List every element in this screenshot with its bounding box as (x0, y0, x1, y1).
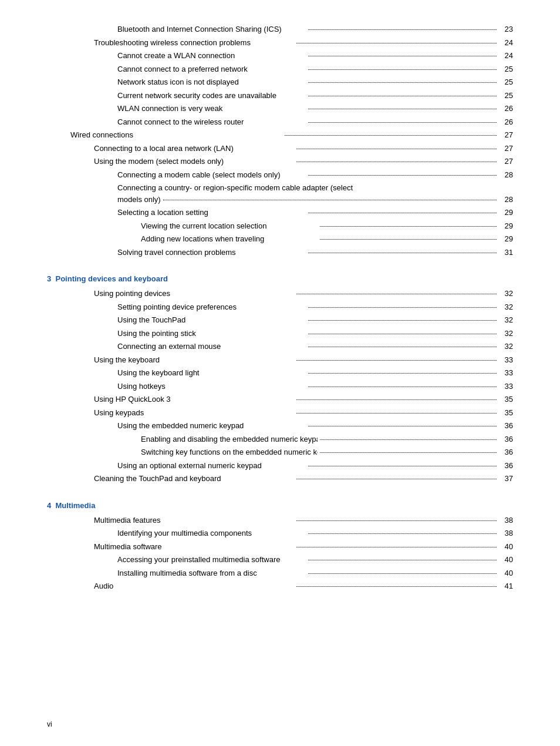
toc-row: Switching key functions on the embedded … (47, 446, 513, 458)
toc-row: Multimedia features 38 (47, 515, 513, 526)
toc-row: Cannot connect to a preferred network 25 (47, 63, 513, 75)
toc-row: Connecting an external mouse 32 (47, 341, 513, 352)
section4-entries: Multimedia features 38 Identifying your … (47, 515, 513, 592)
toc-row: Bluetooth and Internet Connection Sharin… (47, 23, 513, 35)
toc-row-multiline: Connecting a country- or region-specific… (47, 182, 513, 205)
toc-row: Identifying your multimedia components 3… (47, 527, 513, 539)
page-footer: vi (47, 720, 52, 728)
toc-row: Troubleshooting wireless connection prob… (47, 37, 513, 49)
toc-row: Using keypads 35 (47, 407, 513, 419)
section2-entries: Bluetooth and Internet Connection Sharin… (47, 23, 513, 258)
toc-row: Audio 41 (47, 580, 513, 592)
toc-row: Cannot create a WLAN connection 24 (47, 50, 513, 62)
toc-row: Using the keyboard light 33 (47, 367, 513, 379)
toc-row: Using the pointing stick 32 (47, 328, 513, 340)
toc-row: Using the embedded numeric keypad 36 (47, 420, 513, 432)
toc-row: Using the modem (select models only) 27 (47, 156, 513, 167)
toc-row: Connecting a modem cable (select models … (47, 169, 513, 181)
toc-row: Network status icon is not displayed 25 (47, 76, 513, 88)
toc-row: Adding new locations when traveling 29 (47, 233, 513, 245)
toc-row: Current network security codes are unava… (47, 90, 513, 102)
toc-row: Cannot connect to the wireless router 26 (47, 116, 513, 128)
page-number: vi (47, 720, 52, 728)
toc-row: Wired connections 27 (47, 129, 513, 141)
toc-row: Cleaning the TouchPad and keyboard 37 (47, 473, 513, 485)
toc-row: Installing multimedia software from a di… (47, 567, 513, 579)
toc-row: Enabling and disabling the embedded nume… (47, 434, 513, 445)
toc-row: Solving travel connection problems 31 (47, 247, 513, 258)
section3-header: 3 Pointing devices and keyboard (47, 274, 513, 283)
toc-row: Accessing your preinstalled multimedia s… (47, 554, 513, 566)
toc-row: Using pointing devices 32 (47, 288, 513, 300)
section3-entries: Using pointing devices 32 Setting pointi… (47, 288, 513, 485)
toc-row: Viewing the current location selection 2… (47, 220, 513, 232)
section4-header: 4 Multimedia (47, 501, 513, 510)
toc-row: Selecting a location setting 29 (47, 207, 513, 219)
toc-container: Bluetooth and Internet Connection Sharin… (47, 23, 513, 592)
toc-row: Setting pointing device preferences 32 (47, 301, 513, 313)
toc-row: Using HP QuickLook 3 35 (47, 394, 513, 405)
toc-row: Connecting to a local area network (LAN)… (47, 143, 513, 154)
toc-row: Using the keyboard 33 (47, 354, 513, 366)
toc-row: Multimedia software 40 (47, 541, 513, 553)
toc-row: Using hotkeys 33 (47, 381, 513, 392)
toc-row: Using an optional external numeric keypa… (47, 460, 513, 472)
toc-row: Using the TouchPad 32 (47, 314, 513, 326)
toc-row: WLAN connection is very weak 26 (47, 103, 513, 115)
